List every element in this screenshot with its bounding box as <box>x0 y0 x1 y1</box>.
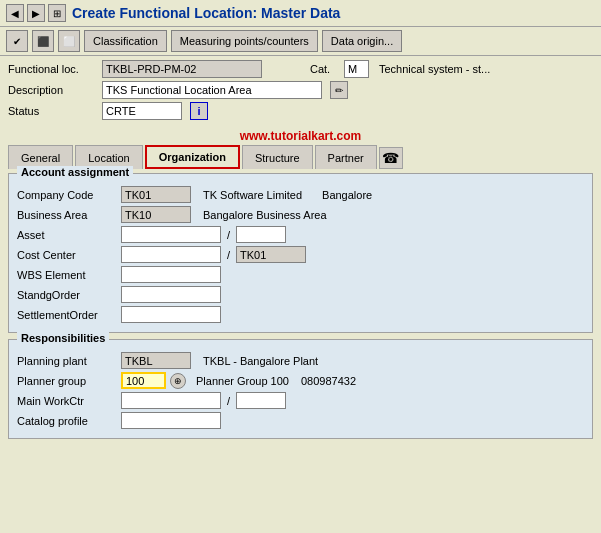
desc-label: Description <box>8 84 98 96</box>
company-code-val1: TK Software Limited <box>203 189 302 201</box>
main-workctr-label: Main WorkCtr <box>17 395 117 407</box>
planner-group-val2: 080987432 <box>301 375 356 387</box>
wbs-element-label: WBS Element <box>17 269 117 281</box>
planner-group-input[interactable] <box>121 372 166 389</box>
cat-input[interactable] <box>344 60 369 78</box>
business-area-input[interactable] <box>121 206 191 223</box>
main-workctr-input2[interactable] <box>236 392 286 409</box>
status-row: Status i <box>8 102 593 120</box>
title-bar: ◀ ▶ ⊞ Create Functional Location: Master… <box>0 0 601 27</box>
catalog-profile-row: Catalog profile <box>17 412 584 429</box>
asset-label: Asset <box>17 229 117 241</box>
grid-icon[interactable]: ⊞ <box>48 4 66 22</box>
asset-input1[interactable] <box>121 226 221 243</box>
cost-center-slash: / <box>225 249 232 261</box>
tab-phone-icon[interactable]: ☎ <box>379 147 403 169</box>
data-origin-tab-btn[interactable]: Data origin... <box>322 30 402 52</box>
asset-input2[interactable] <box>236 226 286 243</box>
account-assignment-section: Account assignment Company Code TK Softw… <box>8 173 593 333</box>
classification-tab-btn[interactable]: Classification <box>84 30 167 52</box>
planner-group-label: Planner group <box>17 375 117 387</box>
planning-plant-input[interactable] <box>121 352 191 369</box>
cat-label: Cat. <box>310 63 340 75</box>
nav-back-icon[interactable]: ◀ <box>6 4 24 22</box>
account-assignment-content: Company Code TK Software Limited Bangalo… <box>17 186 584 323</box>
tab-structure[interactable]: Structure <box>242 145 313 169</box>
settlement-order-label: SettlementOrder <box>17 309 117 321</box>
cost-center-input2[interactable] <box>236 246 306 263</box>
responsibilities-section: Responsibilities Planning plant TKBL - B… <box>8 339 593 439</box>
title-bar-icons: ◀ ▶ ⊞ <box>6 4 66 22</box>
wbs-element-input[interactable] <box>121 266 221 283</box>
status-input[interactable] <box>102 102 182 120</box>
planning-plant-val: TKBL - Bangalore Plant <box>203 355 318 367</box>
settlement-order-row: SettlementOrder <box>17 306 584 323</box>
responsibilities-content: Planning plant TKBL - Bangalore Plant Pl… <box>17 352 584 429</box>
status-label: Status <box>8 105 98 117</box>
company-code-label: Company Code <box>17 189 117 201</box>
company-code-input[interactable] <box>121 186 191 203</box>
wbs-element-row: WBS Element <box>17 266 584 283</box>
page-title: Create Functional Location: Master Data <box>72 5 340 21</box>
catalog-profile-input[interactable] <box>121 412 221 429</box>
main-workctr-row: Main WorkCtr / <box>17 392 584 409</box>
form-area: Functional loc. Cat. Technical system - … <box>0 56 601 127</box>
business-area-row: Business Area Bangalore Business Area <box>17 206 584 223</box>
cost-center-input1[interactable] <box>121 246 221 263</box>
func-loc-row: Functional loc. Cat. Technical system - … <box>8 60 593 78</box>
tab-partner[interactable]: Partner <box>315 145 377 169</box>
standg-order-row: StandgOrder <box>17 286 584 303</box>
standg-order-input[interactable] <box>121 286 221 303</box>
desc-row: Description ✏ <box>8 81 593 99</box>
func-loc-input[interactable] <box>102 60 262 78</box>
settlement-order-input[interactable] <box>121 306 221 323</box>
company-code-val2: Bangalore <box>322 189 372 201</box>
cmd-btn2[interactable]: ⬜ <box>58 30 80 52</box>
tab-organization[interactable]: Organization <box>145 145 240 169</box>
account-assignment-title: Account assignment <box>17 166 133 178</box>
planning-plant-row: Planning plant TKBL - Bangalore Plant <box>17 352 584 369</box>
cost-center-label: Cost Center <box>17 249 117 261</box>
content-area: Account assignment Company Code TK Softw… <box>0 173 601 449</box>
main-workctr-input1[interactable] <box>121 392 221 409</box>
standg-order-label: StandgOrder <box>17 289 117 301</box>
status-info-icon[interactable]: i <box>190 102 208 120</box>
planner-group-info-btn[interactable]: ⊕ <box>170 373 186 389</box>
planner-group-val1: Planner Group 100 <box>196 375 289 387</box>
cost-center-row: Cost Center / <box>17 246 584 263</box>
responsibilities-title: Responsibilities <box>17 332 109 344</box>
business-area-label: Business Area <box>17 209 117 221</box>
edit-icon[interactable]: ✏ <box>330 81 348 99</box>
planning-plant-label: Planning plant <box>17 355 117 367</box>
watermark: www.tutorialkart.com <box>0 127 601 145</box>
asset-row: Asset / <box>17 226 584 243</box>
toolbar: ✔ ⬛ ⬜ Classification Measuring points/co… <box>0 27 601 56</box>
func-loc-label: Functional loc. <box>8 63 98 75</box>
planner-group-row: Planner group ⊕ Planner Group 100 080987… <box>17 372 584 389</box>
nav-forward-icon[interactable]: ▶ <box>27 4 45 22</box>
save-btn[interactable]: ✔ <box>6 30 28 52</box>
cmd-btn1[interactable]: ⬛ <box>32 30 54 52</box>
desc-input[interactable] <box>102 81 322 99</box>
tech-system-value: Technical system - st... <box>377 62 492 76</box>
measuring-points-tab-btn[interactable]: Measuring points/counters <box>171 30 318 52</box>
business-area-val1: Bangalore Business Area <box>203 209 327 221</box>
company-code-row: Company Code TK Software Limited Bangalo… <box>17 186 584 203</box>
main-workctr-slash: / <box>225 395 232 407</box>
catalog-profile-label: Catalog profile <box>17 415 117 427</box>
asset-slash: / <box>225 229 232 241</box>
